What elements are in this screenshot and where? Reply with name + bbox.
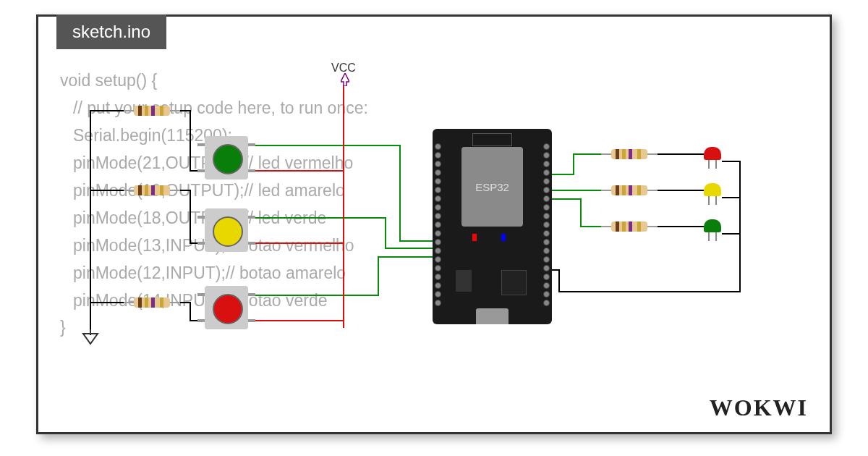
code-line: pinMode(12,INPUT);// botao amarelo bbox=[60, 260, 368, 287]
esp32-pins-left bbox=[435, 143, 441, 306]
esp32-pins-right bbox=[543, 143, 550, 306]
resistor-led-green[interactable] bbox=[611, 221, 647, 232]
code-line: Serial.begin(115200); bbox=[60, 122, 368, 150]
esp32-antenna bbox=[472, 133, 512, 146]
esp32-wifi-led-icon bbox=[501, 234, 506, 241]
file-tab[interactable]: sketch.ino bbox=[56, 14, 166, 49]
led-yellow[interactable] bbox=[704, 183, 721, 196]
code-line: // put your setup code here, to run once… bbox=[60, 95, 368, 122]
esp32-regulator bbox=[456, 270, 472, 292]
wokwi-logo: WOKWI bbox=[710, 394, 808, 421]
code-line: pinMode(21,OUTPUT);// led vermelho bbox=[60, 150, 368, 177]
project-frame: sketch.ino void setup() { // put your se… bbox=[36, 14, 832, 434]
led-green[interactable] bbox=[704, 219, 721, 232]
esp32-shield: ESP32 bbox=[461, 147, 523, 227]
esp32-usb-port bbox=[476, 308, 509, 324]
code-line: void setup() { bbox=[60, 67, 368, 95]
resistor-led-yellow[interactable] bbox=[611, 185, 647, 195]
filename-label: sketch.ino bbox=[72, 22, 150, 41]
code-editor[interactable]: void setup() { // put your setup code he… bbox=[60, 67, 368, 342]
code-line: pinMode(14,INPUT);// botao verde bbox=[60, 287, 368, 315]
resistor-led-red[interactable] bbox=[611, 149, 647, 159]
code-line: } bbox=[60, 314, 368, 342]
code-line: pinMode(18,OUTPUT);// led verde bbox=[60, 205, 368, 232]
esp32-board[interactable]: ESP32 bbox=[433, 129, 552, 324]
led-red[interactable] bbox=[704, 147, 721, 160]
board-label: ESP32 bbox=[475, 181, 509, 193]
code-line: pinMode(19,OUTPUT);// led amarelo bbox=[60, 177, 368, 205]
esp32-aux-chip bbox=[501, 270, 527, 295]
code-line: pinMode(13,INPUT);// botao vermelho bbox=[60, 232, 368, 260]
esp32-power-led-icon bbox=[472, 234, 477, 241]
